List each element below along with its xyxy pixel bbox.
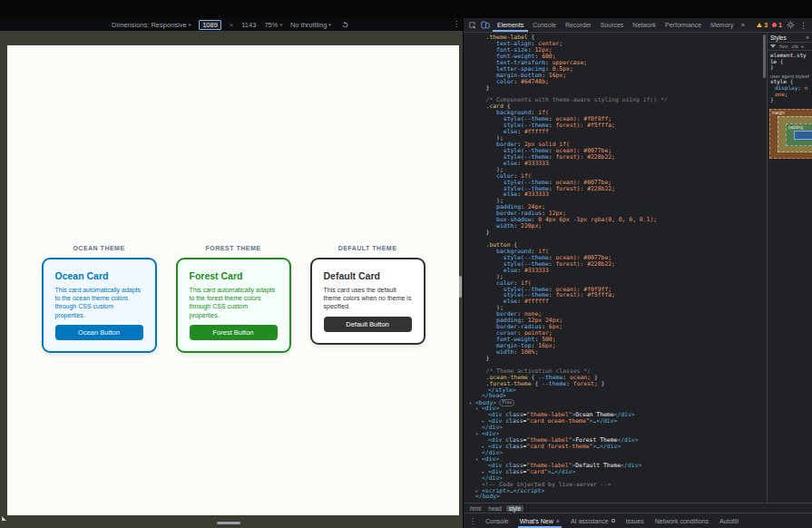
element-style-rule[interactable]: element.style { (770, 53, 809, 64)
drawer-tab-what-s-new[interactable]: What's New× (514, 513, 565, 528)
card-body-text: This card uses the default theme colors … (324, 286, 412, 311)
css-source-line: } (464, 230, 767, 236)
tab-console[interactable]: Console (528, 18, 561, 32)
css-source-line: width: 220px; (464, 223, 767, 230)
drawer-tab-issues[interactable]: Issues (621, 513, 650, 528)
dom-token: </div> (600, 443, 621, 450)
styles-filter-bar: :hov .cls + (768, 43, 812, 51)
tab-styles[interactable]: Styles (770, 34, 787, 41)
rotate-icon[interactable] (339, 21, 351, 29)
toggle-element-classes[interactable]: .cls (790, 44, 797, 49)
tab-elements[interactable]: Elements (493, 18, 528, 32)
dom-token: Default Theme (575, 462, 621, 469)
settings-gear-icon[interactable] (785, 21, 797, 29)
flex-badge[interactable]: flex (499, 399, 514, 406)
dom-tree-line[interactable]: </body> (464, 494, 767, 500)
throttling-select[interactable]: No throttling ▾ (290, 21, 331, 29)
card-body-text: This card automatically adapts to the fo… (190, 286, 278, 319)
dom-tree-line[interactable]: ▸<div class="card forest-theme">…</div> (464, 444, 767, 450)
dom-token: "card ocean-theme" (526, 417, 589, 425)
dom-tree-line[interactable]: ▾<body>flex (464, 399, 767, 406)
dom-tree-line[interactable]: </style> (464, 387, 767, 394)
breadcrumb: htmlheadstyle (464, 503, 812, 513)
element-style-selector: element.style (770, 52, 807, 64)
twisty-icon[interactable]: ▾ (469, 400, 475, 406)
drawer-tab-console[interactable]: Console (480, 513, 514, 528)
box-model-diagram[interactable]: margin padding auto×auto (769, 109, 812, 159)
zoom-select[interactable]: 75% ▾ (264, 21, 282, 29)
error-dot-icon (772, 23, 777, 27)
device-type-select[interactable]: Dimensions: Responsive ▾ (112, 21, 191, 29)
rendered-page: OCEAN THEMEOcean CardThis card automatic… (7, 45, 459, 515)
drawer-menu-icon[interactable]: ⋮ (465, 517, 480, 525)
styles-sidebar: Styles » :hov .cls + element.style { } u… (767, 33, 812, 503)
margin-label: margin (772, 111, 785, 115)
errors-badge[interactable]: 1 (770, 22, 784, 28)
devtools-menu-icon[interactable]: ⋮ (797, 21, 809, 30)
box-model-padding[interactable]: padding auto×auto (786, 123, 812, 146)
twisty-icon[interactable]: ▾ (475, 431, 482, 437)
window-top-strip (0, 0, 812, 18)
tab-recorder[interactable]: Recorder (561, 18, 596, 32)
card-title: Forest Card (190, 270, 278, 281)
viewport-vertical-scrollbar[interactable] (459, 276, 462, 298)
card-title: Default Card (324, 270, 412, 281)
elements-scrollbar[interactable] (763, 34, 766, 78)
inspect-icon[interactable] (466, 21, 478, 29)
card-button[interactable]: Forest Button (190, 325, 278, 340)
styles-rules: element.style { } user agent stylesheet … (768, 51, 812, 103)
drawer-tab-ai-assistance[interactable]: AI assistance (565, 513, 621, 528)
elements-source: .theme-label { text-align: center; font-… (464, 34, 767, 500)
dom-token: > (541, 487, 544, 494)
card-button[interactable]: Default Button (324, 317, 412, 332)
card-body-text: This card automatically adapts to the oc… (55, 286, 143, 319)
tab-performance[interactable]: Performance (660, 18, 706, 32)
warning-triangle-icon (757, 23, 762, 27)
dom-token: </script (514, 487, 542, 494)
drawer-tab-autofill[interactable]: Autofill (714, 513, 744, 528)
warning-count: 3 (764, 22, 768, 28)
dom-tree-line[interactable]: </div> (464, 425, 767, 431)
breadcrumb-item-html[interactable]: html (467, 505, 484, 512)
content-row: Dimensions: Responsive ▾ 1089 × 1143 75%… (0, 18, 812, 528)
viewport-height-input[interactable]: 1143 (241, 21, 256, 29)
device-toolbar-menu-icon[interactable]: ⋮ (453, 20, 460, 28)
device-toolbar-toggle-icon[interactable] (479, 21, 492, 29)
breadcrumb-item-head[interactable]: head (485, 505, 504, 512)
dom-token: class (502, 417, 523, 425)
twisty-icon[interactable]: ▾ (475, 406, 482, 412)
dom-tree-line[interactable]: ▸<script>…</script> (464, 488, 767, 494)
card-button[interactable]: Ocean Button (55, 325, 143, 340)
breadcrumb-item-style[interactable]: style (506, 505, 523, 512)
ua-declaration[interactable]: display: none; (770, 85, 809, 97)
toggle-element-state[interactable]: :hov (778, 44, 788, 49)
tab-memory[interactable]: Memory (706, 18, 738, 32)
twisty-icon[interactable]: ▾ (475, 456, 482, 463)
viewport-resize-handle[interactable] (2, 516, 6, 521)
more-tabs-icon[interactable]: » (739, 21, 746, 29)
tab-sources[interactable]: Sources (596, 18, 629, 32)
tab-network[interactable]: Network (628, 18, 660, 32)
viewport-horizontal-scrollbar[interactable] (217, 522, 240, 524)
filter-icon[interactable] (770, 44, 776, 48)
new-style-rule-icon[interactable]: + (801, 44, 804, 49)
viewport-width-input[interactable]: 1089 (199, 20, 221, 30)
box-model-content[interactable]: auto×auto (794, 131, 812, 140)
box-model-border[interactable]: padding auto×auto (778, 116, 812, 152)
dom-tree-line[interactable]: </head> (464, 393, 767, 399)
dom-tree-line[interactable]: ▸<div class="card ocean-theme">…</div> (464, 418, 767, 425)
dom-tree-line[interactable]: ▸<div class="card">…</div> (464, 469, 767, 475)
styles-more-tabs-icon[interactable]: » (806, 34, 809, 41)
css-source-line: } (464, 85, 767, 92)
drawer-tab-network-conditions[interactable]: Network conditions (650, 513, 714, 528)
close-icon[interactable]: × (556, 518, 560, 524)
drawer-tab-label: What's New (520, 518, 553, 524)
theme-card: Forest CardThis card automatically adapt… (176, 258, 291, 353)
box-model-margin[interactable]: margin padding auto×auto (769, 109, 812, 159)
drawer-tab-label: Network conditions (655, 518, 709, 524)
css-source-line: else: #333333 (464, 161, 767, 167)
devtools-tabbar: ElementsConsoleRecorderSourcesNetworkPer… (464, 18, 812, 33)
warnings-badge[interactable]: 3 (755, 22, 769, 28)
zoom-value: 75% (264, 21, 278, 29)
dom-tree-line[interactable]: </div> (464, 450, 767, 456)
